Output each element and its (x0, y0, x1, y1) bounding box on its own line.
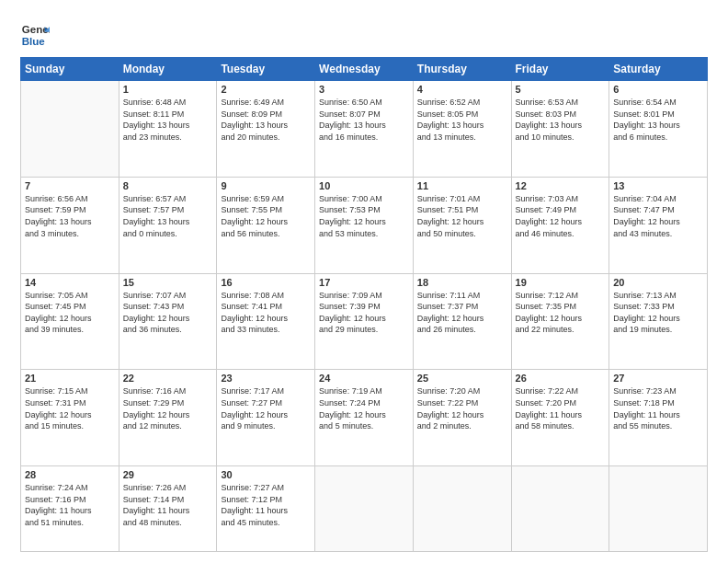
day-info: Sunrise: 7:09 AM Sunset: 7:39 PM Dayligh… (319, 290, 409, 336)
calendar-cell: 11Sunrise: 7:01 AM Sunset: 7:51 PM Dayli… (413, 177, 511, 273)
day-info: Sunrise: 6:59 AM Sunset: 7:55 PM Dayligh… (221, 193, 311, 239)
day-info: Sunrise: 7:17 AM Sunset: 7:27 PM Dayligh… (221, 385, 311, 431)
day-info: Sunrise: 7:00 AM Sunset: 7:53 PM Dayligh… (319, 193, 409, 239)
day-info: Sunrise: 7:16 AM Sunset: 7:29 PM Dayligh… (123, 385, 213, 431)
day-number: 5 (516, 84, 606, 95)
calendar-cell: 15Sunrise: 7:07 AM Sunset: 7:43 PM Dayli… (119, 273, 217, 370)
day-info: Sunrise: 7:05 AM Sunset: 7:45 PM Dayligh… (25, 290, 115, 336)
day-number: 7 (25, 180, 115, 191)
calendar-cell: 13Sunrise: 7:04 AM Sunset: 7:47 PM Dayli… (609, 177, 708, 273)
day-number: 28 (25, 469, 115, 480)
calendar-cell (511, 466, 609, 552)
day-number: 30 (221, 469, 311, 480)
day-info: Sunrise: 7:20 AM Sunset: 7:22 PM Dayligh… (417, 385, 507, 431)
day-info: Sunrise: 6:48 AM Sunset: 8:11 PM Dayligh… (123, 97, 213, 143)
calendar-cell: 30Sunrise: 7:27 AM Sunset: 7:12 PM Dayli… (217, 466, 315, 552)
week-row-1: 1Sunrise: 6:48 AM Sunset: 8:11 PM Daylig… (21, 81, 708, 178)
day-info: Sunrise: 7:13 AM Sunset: 7:33 PM Dayligh… (613, 290, 703, 336)
day-number: 21 (25, 373, 115, 384)
day-info: Sunrise: 7:26 AM Sunset: 7:14 PM Dayligh… (123, 482, 213, 528)
day-info: Sunrise: 6:57 AM Sunset: 7:57 PM Dayligh… (123, 193, 213, 239)
calendar-cell: 23Sunrise: 7:17 AM Sunset: 7:27 PM Dayli… (217, 370, 315, 466)
day-info: Sunrise: 7:24 AM Sunset: 7:16 PM Dayligh… (25, 482, 115, 528)
day-info: Sunrise: 7:08 AM Sunset: 7:41 PM Dayligh… (221, 290, 311, 336)
logo-icon: General Blue (20, 20, 50, 50)
day-number: 20 (613, 277, 703, 288)
calendar: SundayMondayTuesdayWednesdayThursdayFrid… (20, 57, 708, 552)
day-number: 1 (123, 84, 213, 95)
day-info: Sunrise: 6:52 AM Sunset: 8:05 PM Dayligh… (417, 97, 507, 143)
day-info: Sunrise: 6:49 AM Sunset: 8:09 PM Dayligh… (221, 97, 311, 143)
svg-text:Blue: Blue (22, 36, 46, 47)
week-row-3: 14Sunrise: 7:05 AM Sunset: 7:45 PM Dayli… (21, 273, 708, 370)
day-number: 25 (417, 373, 507, 384)
calendar-cell: 1Sunrise: 6:48 AM Sunset: 8:11 PM Daylig… (119, 81, 217, 178)
day-number: 10 (319, 180, 409, 191)
day-header-sunday: Sunday (21, 58, 119, 81)
day-info: Sunrise: 7:11 AM Sunset: 7:37 PM Dayligh… (417, 290, 507, 336)
day-info: Sunrise: 6:53 AM Sunset: 8:03 PM Dayligh… (516, 97, 606, 143)
day-number: 27 (613, 373, 703, 384)
calendar-cell: 9Sunrise: 6:59 AM Sunset: 7:55 PM Daylig… (217, 177, 315, 273)
day-number: 29 (123, 469, 213, 480)
day-info: Sunrise: 7:19 AM Sunset: 7:24 PM Dayligh… (319, 385, 409, 431)
calendar-header-row: SundayMondayTuesdayWednesdayThursdayFrid… (21, 58, 708, 81)
day-number: 14 (25, 277, 115, 288)
calendar-cell (21, 81, 119, 178)
calendar-cell: 16Sunrise: 7:08 AM Sunset: 7:41 PM Dayli… (217, 273, 315, 370)
day-info: Sunrise: 6:56 AM Sunset: 7:59 PM Dayligh… (25, 193, 115, 239)
day-number: 17 (319, 277, 409, 288)
day-info: Sunrise: 7:23 AM Sunset: 7:18 PM Dayligh… (613, 385, 703, 431)
day-header-monday: Monday (119, 58, 217, 81)
day-info: Sunrise: 7:15 AM Sunset: 7:31 PM Dayligh… (25, 385, 115, 431)
day-header-saturday: Saturday (609, 58, 708, 81)
calendar-cell: 4Sunrise: 6:52 AM Sunset: 8:05 PM Daylig… (413, 81, 511, 178)
calendar-cell: 27Sunrise: 7:23 AM Sunset: 7:18 PM Dayli… (609, 370, 708, 466)
calendar-cell: 5Sunrise: 6:53 AM Sunset: 8:03 PM Daylig… (511, 81, 609, 178)
day-number: 26 (516, 373, 606, 384)
day-info: Sunrise: 7:12 AM Sunset: 7:35 PM Dayligh… (516, 290, 606, 336)
day-number: 6 (613, 84, 703, 95)
calendar-cell: 20Sunrise: 7:13 AM Sunset: 7:33 PM Dayli… (609, 273, 708, 370)
day-info: Sunrise: 6:50 AM Sunset: 8:07 PM Dayligh… (319, 97, 409, 143)
calendar-cell: 12Sunrise: 7:03 AM Sunset: 7:49 PM Dayli… (511, 177, 609, 273)
day-info: Sunrise: 7:27 AM Sunset: 7:12 PM Dayligh… (221, 482, 311, 528)
day-info: Sunrise: 6:54 AM Sunset: 8:01 PM Dayligh… (613, 97, 703, 143)
calendar-cell (609, 466, 708, 552)
day-number: 16 (221, 277, 311, 288)
calendar-cell (315, 466, 414, 552)
day-number: 4 (417, 84, 507, 95)
day-header-wednesday: Wednesday (315, 58, 414, 81)
day-number: 12 (516, 180, 606, 191)
day-info: Sunrise: 7:07 AM Sunset: 7:43 PM Dayligh… (123, 290, 213, 336)
day-number: 18 (417, 277, 507, 288)
day-number: 24 (319, 373, 409, 384)
calendar-cell: 24Sunrise: 7:19 AM Sunset: 7:24 PM Dayli… (315, 370, 414, 466)
calendar-cell: 29Sunrise: 7:26 AM Sunset: 7:14 PM Dayli… (119, 466, 217, 552)
day-info: Sunrise: 7:03 AM Sunset: 7:49 PM Dayligh… (516, 193, 606, 239)
day-number: 23 (221, 373, 311, 384)
day-number: 8 (123, 180, 213, 191)
day-header-thursday: Thursday (413, 58, 511, 81)
day-info: Sunrise: 7:22 AM Sunset: 7:20 PM Dayligh… (516, 385, 606, 431)
calendar-cell: 6Sunrise: 6:54 AM Sunset: 8:01 PM Daylig… (609, 81, 708, 178)
week-row-4: 21Sunrise: 7:15 AM Sunset: 7:31 PM Dayli… (21, 370, 708, 466)
day-number: 11 (417, 180, 507, 191)
calendar-cell (413, 466, 511, 552)
day-info: Sunrise: 7:04 AM Sunset: 7:47 PM Dayligh… (613, 193, 703, 239)
logo: General Blue (20, 20, 50, 50)
day-number: 15 (123, 277, 213, 288)
calendar-cell: 8Sunrise: 6:57 AM Sunset: 7:57 PM Daylig… (119, 177, 217, 273)
week-row-5: 28Sunrise: 7:24 AM Sunset: 7:16 PM Dayli… (21, 466, 708, 552)
day-number: 22 (123, 373, 213, 384)
header: General Blue (20, 17, 708, 50)
calendar-cell: 10Sunrise: 7:00 AM Sunset: 7:53 PM Dayli… (315, 177, 414, 273)
calendar-cell: 2Sunrise: 6:49 AM Sunset: 8:09 PM Daylig… (217, 81, 315, 178)
day-number: 3 (319, 84, 409, 95)
calendar-cell: 22Sunrise: 7:16 AM Sunset: 7:29 PM Dayli… (119, 370, 217, 466)
calendar-cell: 19Sunrise: 7:12 AM Sunset: 7:35 PM Dayli… (511, 273, 609, 370)
day-header-tuesday: Tuesday (217, 58, 315, 81)
day-number: 9 (221, 180, 311, 191)
page: General Blue SundayMondayTuesdayWednesda… (0, 0, 728, 563)
day-number: 19 (516, 277, 606, 288)
